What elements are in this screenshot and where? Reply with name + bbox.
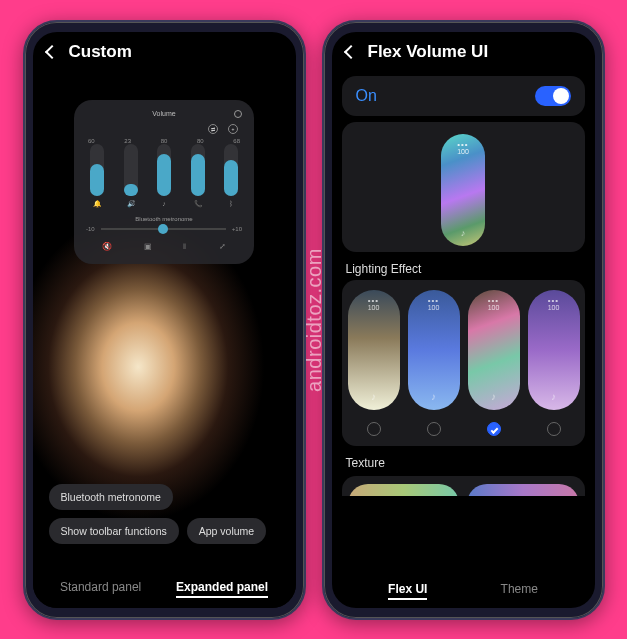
add-icon[interactable]: + <box>228 124 238 134</box>
screen-right: Flex Volume UI On ••• 100 ♪ Lighting Eff… <box>332 32 595 608</box>
effect-option[interactable]: •••100♪ <box>408 290 460 410</box>
phone-icon: 📞 <box>194 200 202 208</box>
bt-metronome-label: Bluetooth metronome <box>86 216 242 222</box>
slider-min: -10 <box>86 226 95 232</box>
note-icon: ♪ <box>371 391 376 402</box>
tab-standard-panel[interactable]: Standard panel <box>60 580 141 598</box>
effect-radio[interactable] <box>547 422 561 436</box>
volume-pill-preview[interactable]: ••• 100 ♪ <box>441 134 485 246</box>
back-icon[interactable] <box>44 44 58 58</box>
volume-slider[interactable] <box>90 144 104 196</box>
drag-handle-icon: ••• <box>457 142 469 148</box>
bell-icon: 🔔 <box>93 200 101 208</box>
chip-bt-metronome[interactable]: Bluetooth metronome <box>49 484 173 510</box>
bt-icon: ᛒ <box>227 200 235 208</box>
texture-option[interactable] <box>348 484 460 496</box>
effect-radio-row <box>342 416 585 446</box>
expand-icon[interactable]: ⤢ <box>219 242 226 252</box>
page-title: Flex Volume UI <box>368 42 489 62</box>
note-icon: ♪ <box>160 200 168 208</box>
volume-slider[interactable] <box>157 144 171 196</box>
back-icon[interactable] <box>343 44 357 58</box>
note-icon: ♪ <box>551 391 556 402</box>
master-toggle-row: On <box>342 76 585 116</box>
pill-value: 100 <box>457 148 469 155</box>
volume-panel-title: Volume <box>94 110 234 117</box>
gear-icon[interactable] <box>234 110 242 118</box>
eq-icon[interactable]: ⫴ <box>183 242 187 252</box>
tab-theme[interactable]: Theme <box>501 582 538 600</box>
note-icon: ♪ <box>431 391 436 402</box>
effect-option[interactable]: •••100♪ <box>468 290 520 410</box>
slider-max: +10 <box>232 226 242 232</box>
effect-radio[interactable] <box>367 422 381 436</box>
page-title: Custom <box>69 42 132 62</box>
pair-icon[interactable]: ⇄ <box>208 124 218 134</box>
note-icon: ♪ <box>461 228 466 238</box>
lighting-effect-label: Lighting Effect <box>346 262 581 276</box>
bottom-tabs: Flex UI Theme <box>332 578 595 600</box>
bottom-tabs: Standard panel Expanded panel <box>33 576 296 598</box>
volume-slider[interactable] <box>224 144 238 196</box>
tab-expanded-panel[interactable]: Expanded panel <box>176 580 268 598</box>
chip-toolbar-functions[interactable]: Show toolbar functions <box>49 518 179 544</box>
texture-label: Texture <box>346 456 581 470</box>
phone-right: Flex Volume UI On ••• 100 ♪ Lighting Eff… <box>322 20 605 620</box>
volume-bars: 🔔 🔊 ♪ 📞 ᛒ <box>86 146 242 208</box>
volume-panel: Volume ⇄ + 60 23 80 80 68 🔔 🔊 ♪ <box>74 100 254 264</box>
preview-area: ••• 100 ♪ <box>342 122 585 252</box>
effect-radio[interactable] <box>427 422 441 436</box>
balance-slider[interactable]: -10 +10 <box>86 226 242 232</box>
effect-option[interactable]: •••100♪ <box>348 290 400 410</box>
header-left: Custom <box>33 32 296 72</box>
volume-slider[interactable] <box>124 144 138 196</box>
chips-row: Bluetooth metronome Show toolbar functio… <box>33 484 296 544</box>
on-label: On <box>356 87 377 105</box>
texture-row <box>342 476 585 496</box>
texture-option[interactable] <box>467 484 579 496</box>
note-icon: ♪ <box>491 391 496 402</box>
speaker-icon: 🔊 <box>127 200 135 208</box>
header-right: Flex Volume UI <box>332 32 595 72</box>
picture-icon[interactable]: ▣ <box>144 242 152 252</box>
tab-flex-ui[interactable]: Flex UI <box>388 582 427 600</box>
volume-slider[interactable] <box>191 144 205 196</box>
screen-left: Custom Volume ⇄ + 60 23 80 80 6 <box>33 32 296 608</box>
master-toggle[interactable] <box>535 86 571 106</box>
phone-left: Custom Volume ⇄ + 60 23 80 80 6 <box>23 20 306 620</box>
effects-row: •••100♪ •••100♪ •••100♪ •••100♪ <box>342 280 585 416</box>
chip-app-volume[interactable]: App volume <box>187 518 266 544</box>
mute-icon[interactable]: 🔇 <box>102 242 112 252</box>
effect-radio-selected[interactable] <box>487 422 501 436</box>
effect-option[interactable]: •••100♪ <box>528 290 580 410</box>
